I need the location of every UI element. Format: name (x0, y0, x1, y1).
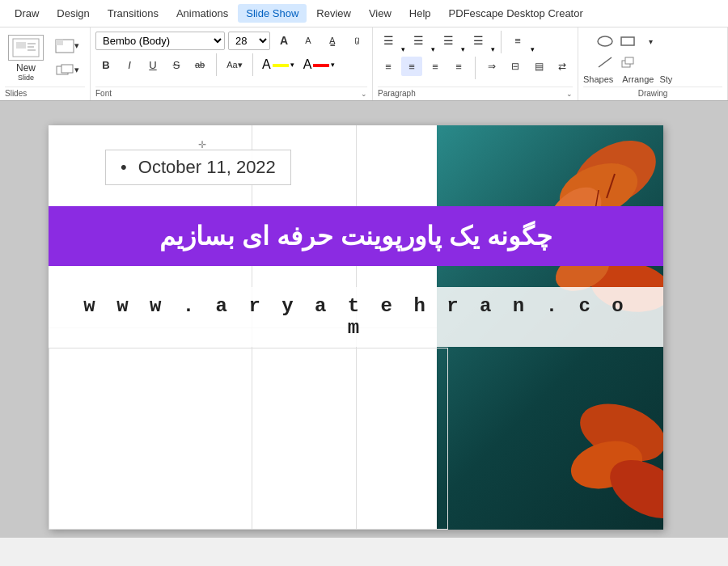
numbered-list-btn[interactable]: ☰ (408, 31, 429, 50)
columns-btn[interactable]: ⊟ (505, 57, 526, 76)
bullet-list-btn[interactable]: ☰ (378, 31, 399, 50)
smart-art-btn[interactable]: ▤ (528, 57, 549, 76)
font-size-aa-btn[interactable]: A̳ (322, 31, 343, 50)
bold-btn[interactable]: B (95, 55, 116, 74)
new-slide-icon (8, 35, 44, 61)
slides-content: New Slide ▾ ▾ (5, 31, 85, 85)
menu-review[interactable]: Review (308, 4, 359, 23)
shapes-label[interactable]: Shapes (583, 74, 613, 84)
highlight-color-swatch (273, 64, 289, 67)
paragraph-section: ☰ ▾ ☰ ▾ ☰ ▾ ☰ ▾ ≡ ▾ ≡ ≡ ≡ ≡ (373, 27, 578, 100)
bullet-list-dropdown[interactable]: ▾ (401, 45, 405, 53)
change-case-btn[interactable]: Aa▾ (222, 55, 247, 74)
para-content: ☰ ▾ ☰ ▾ ☰ ▾ ☰ ▾ ≡ ▾ ≡ ≡ ≡ ≡ (378, 31, 573, 85)
svg-point-9 (598, 36, 612, 46)
divider3 (501, 31, 502, 53)
highlight-color-btn[interactable]: A ▾ (259, 56, 298, 74)
slides-section-label: Slides (5, 87, 85, 100)
svg-rect-13 (625, 57, 633, 64)
menu-pdfescape[interactable]: PDFescape Desktop Creator (441, 4, 591, 23)
divider1 (216, 53, 217, 76)
font-size-select[interactable]: 28 (228, 32, 270, 50)
clear-format-btn[interactable]: Ꞷ (346, 31, 367, 50)
font-color-btn[interactable]: A ▾ (300, 56, 339, 74)
font-color-label: A (303, 57, 312, 72)
arrange-label[interactable]: Arrange (622, 74, 654, 84)
line-spacing-btn[interactable]: ≡ (507, 31, 528, 50)
website-text: w w w . a r y a t e h r a n . c o m (83, 295, 628, 339)
slide-canvas[interactable]: • October 11, 2022 ✛ چگونه یک پاورپوینت … (49, 125, 663, 530)
arrange-shape-btn[interactable] (617, 53, 638, 72)
slide-layout-btn[interactable]: ▾ (49, 36, 85, 57)
divider2 (252, 53, 253, 76)
indent-decrease-dropdown[interactable]: ▾ (461, 45, 465, 53)
font-section-label: Font ⌄ (95, 87, 367, 100)
paragraph-expand-icon[interactable]: ⌄ (566, 90, 573, 98)
title-persian-text: چگونه یک پاورپوینت حرفه ای بسازیم (159, 222, 552, 251)
font-size-decrease-btn[interactable]: A (298, 31, 319, 50)
font-family-select[interactable]: Bembo (Body) (95, 32, 225, 50)
svg-rect-10 (621, 37, 634, 45)
slide-buttons: ▾ ▾ (49, 36, 85, 81)
para-row2: ≡ ≡ ≡ ≡ ⇒ ⊟ ▤ ⇄ (378, 57, 573, 79)
indent-increase-btn[interactable]: ☰ (468, 31, 489, 50)
font-row2-items: B I U S ab Aa▾ A ▾ A (95, 53, 338, 76)
shapes-row2: Shapes Arrange Sty (583, 74, 672, 84)
underline-btn[interactable]: U (142, 55, 163, 74)
font-row1-items: Bembo (Body) 28 A A A̳ Ꞷ (95, 31, 367, 50)
ribbon: New Slide ▾ ▾ Slides (0, 27, 728, 101)
ellipse-shape-btn[interactable] (595, 32, 616, 51)
font-color-swatch (313, 64, 329, 67)
svg-rect-1 (16, 42, 26, 49)
main-content: • October 11, 2022 ✛ چگونه یک پاورپوینت … (0, 101, 728, 538)
align-center-btn[interactable]: ≡ (401, 57, 422, 76)
menu-view[interactable]: View (361, 4, 400, 23)
highlight-dropdown[interactable]: ▾ (290, 61, 294, 69)
new-label: New (16, 62, 36, 74)
style-label[interactable]: Sty (659, 74, 672, 84)
align-left-btn[interactable]: ≡ (378, 57, 399, 76)
italic-btn[interactable]: I (119, 55, 140, 74)
slide-arrange-btn[interactable]: ▾ (49, 60, 85, 81)
more-shapes-btn[interactable]: ▾ (640, 32, 661, 51)
svg-line-11 (599, 57, 612, 67)
date-bullet: • (121, 157, 127, 177)
align-justify-btn[interactable]: ≡ (448, 57, 469, 76)
layout-icon (55, 39, 74, 53)
font-color-dropdown[interactable]: ▾ (331, 61, 335, 69)
arrange-icon (55, 63, 74, 78)
convert-btn[interactable]: ⇄ (552, 57, 573, 76)
strikethrough2-btn[interactable]: ab (189, 55, 210, 74)
slide-icon-svg (11, 37, 40, 58)
website-banner[interactable]: w w w . a r y a t e h r a n . c o m (49, 287, 663, 347)
svg-rect-8 (61, 65, 73, 73)
para-row1: ☰ ▾ ☰ ▾ ☰ ▾ ☰ ▾ ≡ ▾ (378, 31, 535, 53)
menu-slideshow[interactable]: Slide Show (238, 4, 307, 23)
font-expand-icon[interactable]: ⌄ (361, 90, 367, 98)
menu-animations[interactable]: Animations (168, 4, 236, 23)
drawing-content: ▾ Shapes Arrange Sty (583, 31, 722, 85)
indent-decrease-btn[interactable]: ☰ (438, 31, 459, 50)
ribbon-top: New Slide ▾ ▾ Slides (0, 27, 728, 100)
menu-design[interactable]: Design (49, 4, 97, 23)
rectangle-shape-btn[interactable] (617, 32, 638, 51)
font-size-increase-btn[interactable]: A (273, 31, 294, 50)
indent-increase-dropdown[interactable]: ▾ (491, 45, 495, 53)
title-banner[interactable]: چگونه یک پاورپوینت حرفه ای بسازیم (49, 206, 663, 266)
arrange-icon2 (620, 56, 636, 69)
line-btn[interactable] (595, 53, 616, 72)
font-section: Bembo (Body) 28 A A A̳ Ꞷ B I U S ab (91, 27, 373, 100)
menu-help[interactable]: Help (401, 4, 439, 23)
date-text-box: • October 11, 2022 ✛ (105, 150, 291, 185)
slides-section: New Slide ▾ ▾ Slides (0, 27, 91, 100)
numbered-list-dropdown[interactable]: ▾ (431, 45, 435, 53)
text-direction-btn[interactable]: ⇒ (481, 57, 502, 76)
menu-draw[interactable]: Draw (6, 4, 47, 23)
new-slide-button[interactable]: New Slide (5, 32, 47, 85)
strikethrough-btn[interactable]: S (166, 55, 187, 74)
line-spacing-dropdown[interactable]: ▾ (531, 45, 535, 53)
align-right-btn[interactable]: ≡ (425, 57, 446, 76)
menu-transitions[interactable]: Transitions (99, 4, 167, 23)
shapes-group: ▾ Shapes Arrange Sty (583, 32, 672, 84)
menu-bar: Draw Design Transitions Animations Slide… (0, 0, 728, 27)
